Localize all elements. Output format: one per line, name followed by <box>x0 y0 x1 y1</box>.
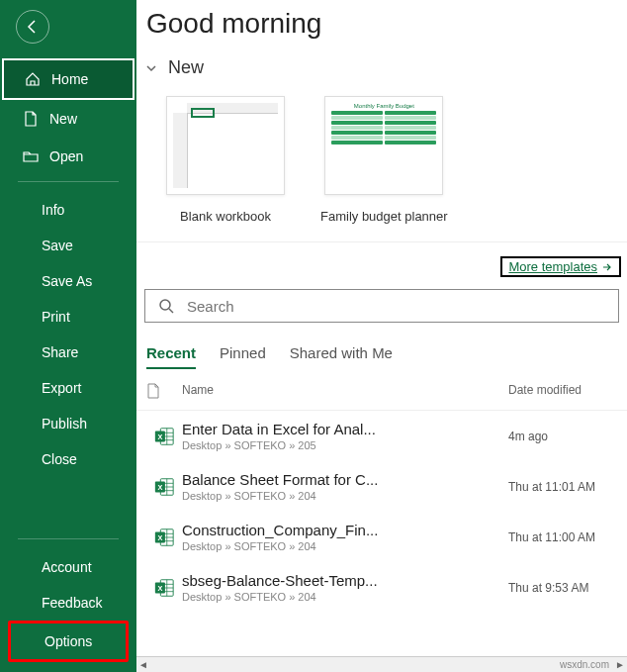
file-name: Construction_Company_Fin... <box>182 522 419 538</box>
svg-text:X: X <box>157 482 162 491</box>
search-input[interactable] <box>187 298 606 315</box>
file-date: Thu at 11:01 AM <box>508 480 627 494</box>
template-label: Blank workbook <box>180 209 271 224</box>
svg-text:X: X <box>157 583 162 592</box>
sidebar-item-close[interactable]: Close <box>0 441 136 477</box>
file-row[interactable]: XBalance Sheet Format for C...Desktop » … <box>136 461 627 512</box>
file-path: Desktop » SOFTEKO » 204 <box>182 591 508 603</box>
sidebar-divider <box>18 181 119 182</box>
tab-shared-with-me[interactable]: Shared with Me <box>290 344 393 369</box>
sidebar-item-label: Home <box>51 71 88 87</box>
back-button[interactable] <box>16 10 49 44</box>
template-thumbnail <box>166 96 285 195</box>
more-templates-link[interactable]: More templates <box>500 256 621 277</box>
svg-text:X: X <box>157 532 162 541</box>
sidebar-item-save[interactable]: Save <box>0 228 136 263</box>
new-section-header[interactable]: New <box>136 48 627 88</box>
file-path: Desktop » SOFTEKO » 204 <box>182 490 508 502</box>
sidebar-item-new[interactable]: New <box>0 100 136 138</box>
watermark: wsxdn.com <box>560 659 609 670</box>
page-title: Good morning <box>136 8 627 40</box>
file-list: XEnter Data in Excel for Anal...Desktop … <box>136 411 627 672</box>
column-name[interactable]: Name <box>182 383 508 402</box>
sidebar-item-home[interactable]: Home <box>2 58 134 100</box>
home-icon <box>24 70 42 88</box>
sidebar-item-options[interactable]: Options <box>8 621 129 662</box>
sidebar-divider <box>18 538 119 539</box>
search-icon <box>157 297 175 315</box>
new-section-title: New <box>168 57 204 78</box>
svg-point-0 <box>160 300 170 310</box>
sidebar-primary-nav: HomeNewOpen <box>0 58 136 175</box>
horizontal-scrollbar[interactable]: ◄ ► <box>136 656 627 672</box>
sidebar-sub-nav: InfoSaveSave AsPrintShareExportPublishCl… <box>0 192 136 477</box>
sidebar-item-print[interactable]: Print <box>0 299 136 335</box>
file-header-icon <box>146 383 182 402</box>
scroll-left-icon[interactable]: ◄ <box>138 659 148 670</box>
excel-file-icon: X <box>153 476 175 498</box>
sidebar-item-open[interactable]: Open <box>0 138 136 175</box>
file-date: Thu at 9:53 AM <box>508 581 627 595</box>
file-row[interactable]: XEnter Data in Excel for Anal...Desktop … <box>136 411 627 461</box>
main-panel: Good morning New Blank workbookMonthly F… <box>136 0 627 672</box>
sidebar-item-share[interactable]: Share <box>0 335 136 370</box>
file-row[interactable]: Xsbseg-Balance-Sheet-Temp...Desktop » SO… <box>136 562 627 613</box>
sidebar-item-feedback[interactable]: Feedback <box>0 585 136 621</box>
more-templates-row: More templates <box>136 241 627 283</box>
sidebar-item-info[interactable]: Info <box>0 192 136 228</box>
file-path: Desktop » SOFTEKO » 204 <box>182 540 508 552</box>
sidebar-bottom-nav: AccountFeedbackOptions <box>0 549 136 662</box>
scroll-right-icon[interactable]: ► <box>615 659 625 670</box>
tab-pinned[interactable]: Pinned <box>220 344 266 369</box>
file-name: Balance Sheet Format for C... <box>182 471 419 488</box>
file-list-header: Name Date modified <box>136 369 627 411</box>
arrow-right-icon <box>601 262 613 272</box>
sidebar-item-label: Open <box>49 148 83 164</box>
file-date: 4m ago <box>508 430 627 443</box>
file-name: sbseg-Balance-Sheet-Temp... <box>182 572 419 589</box>
sidebar-item-export[interactable]: Export <box>0 370 136 406</box>
template-budget[interactable]: Monthly Family BudgetFamily budget plann… <box>320 96 448 224</box>
template-thumbnail: Monthly Family Budget <box>324 96 443 195</box>
sidebar: HomeNewOpen InfoSaveSave AsPrintShareExp… <box>0 0 136 672</box>
new-doc-icon <box>22 110 40 128</box>
recent-tabs: RecentPinnedShared with Me <box>136 323 627 369</box>
excel-file-icon: X <box>153 527 175 548</box>
arrow-left-icon <box>25 19 41 35</box>
svg-text:X: X <box>157 432 162 440</box>
main-header: Good morning <box>136 0 627 48</box>
sidebar-item-save-as[interactable]: Save As <box>0 263 136 299</box>
file-date: Thu at 11:00 AM <box>508 530 627 544</box>
chevron-down-icon <box>144 61 158 75</box>
sidebar-item-account[interactable]: Account <box>0 549 136 585</box>
search-box[interactable] <box>144 289 619 323</box>
excel-file-icon: X <box>153 577 175 599</box>
tab-recent[interactable]: Recent <box>146 344 196 369</box>
svg-line-1 <box>169 309 173 313</box>
column-date[interactable]: Date modified <box>508 383 627 402</box>
more-templates-label: More templates <box>508 259 597 274</box>
file-path: Desktop » SOFTEKO » 205 <box>182 439 508 451</box>
open-folder-icon <box>22 147 40 165</box>
template-label: Family budget planner <box>320 209 448 224</box>
excel-file-icon: X <box>153 426 175 447</box>
sidebar-item-publish[interactable]: Publish <box>0 406 136 441</box>
file-row[interactable]: XConstruction_Company_Fin...Desktop » SO… <box>136 512 627 562</box>
sidebar-item-label: New <box>49 111 77 127</box>
template-blank[interactable]: Blank workbook <box>166 96 285 224</box>
file-name: Enter Data in Excel for Anal... <box>182 421 419 437</box>
template-gallery: Blank workbookMonthly Family BudgetFamil… <box>136 88 627 224</box>
